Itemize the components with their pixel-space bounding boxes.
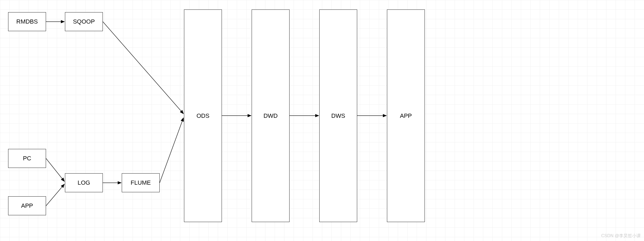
node-label: SQOOP: [73, 18, 95, 25]
node-sqoop: SQOOP: [65, 12, 103, 31]
node-label: DWD: [264, 112, 278, 119]
node-dws: DWS: [319, 9, 357, 222]
svg-line-4: [46, 184, 64, 206]
node-app-out: APP: [387, 9, 425, 222]
node-label: APP: [21, 202, 33, 209]
node-label: PC: [23, 155, 31, 162]
node-label: ODS: [196, 112, 209, 119]
node-label: LOG: [78, 179, 90, 186]
node-pc: PC: [8, 149, 46, 168]
node-label: FLUME: [131, 179, 151, 186]
svg-line-6: [160, 118, 183, 183]
node-app-src: APP: [8, 196, 46, 215]
node-label: DWS: [331, 112, 345, 119]
node-dwd: DWD: [252, 9, 290, 222]
svg-line-3: [46, 158, 64, 181]
node-rmdbs: RMDBS: [8, 12, 46, 31]
node-ods: ODS: [184, 9, 222, 222]
node-flume: FLUME: [122, 173, 160, 192]
watermark-text: CSDN @李昊哲小课: [601, 233, 641, 238]
watermark: CSDN @李昊哲小课: [601, 233, 641, 239]
node-label: APP: [400, 112, 412, 119]
node-label: RMDBS: [16, 18, 38, 25]
svg-line-2: [103, 22, 183, 114]
node-log: LOG: [65, 173, 103, 192]
